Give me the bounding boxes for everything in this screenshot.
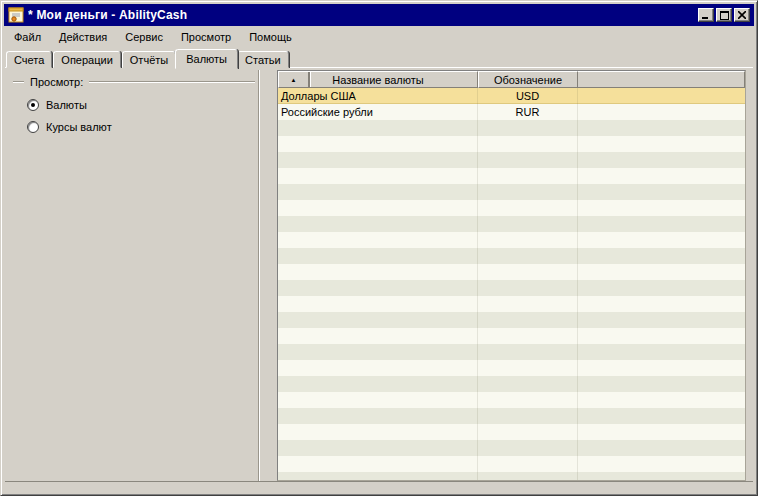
grid-empty-row	[278, 120, 745, 136]
grid-empty-row	[278, 472, 745, 480]
grid-cell	[478, 200, 578, 216]
tab-3[interactable]: Валюты	[175, 49, 238, 69]
title-bar[interactable]: * Мои деньги - AbilityCash	[4, 4, 754, 26]
column-header-currency-code[interactable]: Обозначение	[478, 71, 578, 88]
grid-empty-row	[278, 328, 745, 344]
grid-cell	[278, 152, 478, 168]
grid-cell	[478, 280, 578, 296]
grid-cell	[278, 232, 478, 248]
grid-cell	[278, 264, 478, 280]
radio-option-label: Валюты	[46, 99, 87, 111]
grid-empty-row	[278, 360, 745, 376]
grid-cell	[478, 360, 578, 376]
close-button[interactable]	[734, 8, 750, 22]
currency-grid: ▲ Название валюты Обозначение Доллары СШ…	[277, 70, 746, 481]
minimize-icon	[702, 11, 710, 19]
grid-cell	[578, 184, 745, 200]
grid-cell	[478, 248, 578, 264]
grid-empty-row	[278, 440, 745, 456]
grid-cell	[278, 280, 478, 296]
grid-cell	[478, 392, 578, 408]
grid-cell	[278, 200, 478, 216]
grid-cell	[278, 120, 478, 136]
grid-empty-row	[278, 312, 745, 328]
group-line	[89, 81, 255, 83]
grid-cell	[278, 136, 478, 152]
grid-cell	[478, 312, 578, 328]
grid-cell	[478, 376, 578, 392]
grid-header: ▲ Название валюты Обозначение	[278, 71, 745, 88]
grid-empty-row	[278, 200, 745, 216]
radio-group-view: ВалютыКурсы валют	[5, 98, 257, 133]
grid-cell	[578, 456, 745, 472]
column-header-currency-name[interactable]: ▲ Название валюты	[278, 71, 478, 88]
radio-selected-icon[interactable]	[27, 99, 39, 111]
grid-cell	[578, 328, 745, 344]
menu-bar: ФайлДействияСервисПросмотрПомощь	[4, 27, 754, 47]
grid-cell	[278, 456, 478, 472]
radio-unselected-icon[interactable]	[27, 121, 39, 133]
grid-cell	[278, 296, 478, 312]
grid-cell	[478, 264, 578, 280]
menu-item-1[interactable]: Действия	[50, 28, 116, 46]
group-dash	[13, 81, 24, 83]
grid-cell[interactable]: RUR	[478, 104, 578, 120]
grid-cell	[578, 360, 745, 376]
grid-empty-row	[278, 184, 745, 200]
grid-cell	[578, 280, 745, 296]
grid-cell	[478, 168, 578, 184]
sort-ascending-icon[interactable]: ▲	[279, 72, 310, 87]
grid-cell	[578, 200, 745, 216]
grid-row-0[interactable]: Доллары СШАUSD	[278, 88, 745, 104]
grid-cell	[478, 120, 578, 136]
tab-4[interactable]: Статьи	[237, 51, 289, 68]
radio-option-0[interactable]: Валюты	[27, 98, 257, 111]
menu-item-0[interactable]: Файл	[5, 28, 50, 46]
grid-cell	[478, 408, 578, 424]
grid-cell	[578, 248, 745, 264]
grid-cell	[278, 216, 478, 232]
maximize-icon	[720, 11, 729, 20]
grid-cell	[578, 376, 745, 392]
grid-cell[interactable]: Доллары США	[278, 88, 478, 104]
grid-cell	[578, 312, 745, 328]
tab-1[interactable]: Операции	[53, 51, 120, 68]
grid-cell	[578, 216, 745, 232]
panel-divider	[258, 70, 260, 481]
grid-empty-row	[278, 408, 745, 424]
client-area: Просмотр: ВалютыКурсы валют ▲ Название в…	[5, 67, 753, 482]
grid-cell	[478, 440, 578, 456]
grid-cell	[478, 296, 578, 312]
grid-empty-row	[278, 280, 745, 296]
maximize-button[interactable]	[716, 8, 732, 22]
menu-item-2[interactable]: Сервис	[116, 28, 172, 46]
app-window: * Мои деньги - AbilityCash ФайлДействияС…	[0, 0, 758, 496]
grid-cell[interactable]: USD	[478, 88, 578, 104]
grid-cell	[478, 136, 578, 152]
grid-empty-row	[278, 232, 745, 248]
grid-empty-row	[278, 136, 745, 152]
minimize-button[interactable]	[698, 8, 714, 22]
grid-cell[interactable]	[578, 104, 745, 120]
grid-cell	[278, 344, 478, 360]
grid-empty-row	[278, 168, 745, 184]
grid-cell[interactable]	[578, 88, 745, 104]
tab-2[interactable]: Отчёты	[122, 51, 176, 68]
grid-cell	[578, 152, 745, 168]
grid-cell	[578, 440, 745, 456]
close-icon	[738, 11, 746, 19]
menu-item-3[interactable]: Просмотр	[172, 28, 240, 46]
grid-row-1[interactable]: Российские рублиRUR	[278, 104, 745, 120]
menu-item-4[interactable]: Помощь	[240, 28, 301, 46]
grid-cell[interactable]: Российские рубли	[278, 104, 478, 120]
grid-cell	[578, 344, 745, 360]
grid-cell	[478, 472, 578, 480]
grid-cell	[478, 232, 578, 248]
grid-body: Доллары СШАUSDРоссийские рублиRUR	[278, 88, 745, 480]
tab-0[interactable]: Счета	[6, 51, 52, 68]
grid-cell	[578, 264, 745, 280]
grid-cell	[578, 408, 745, 424]
radio-option-1[interactable]: Курсы валют	[27, 120, 257, 133]
view-group-title: Просмотр:	[30, 76, 83, 88]
grid-empty-row	[278, 216, 745, 232]
